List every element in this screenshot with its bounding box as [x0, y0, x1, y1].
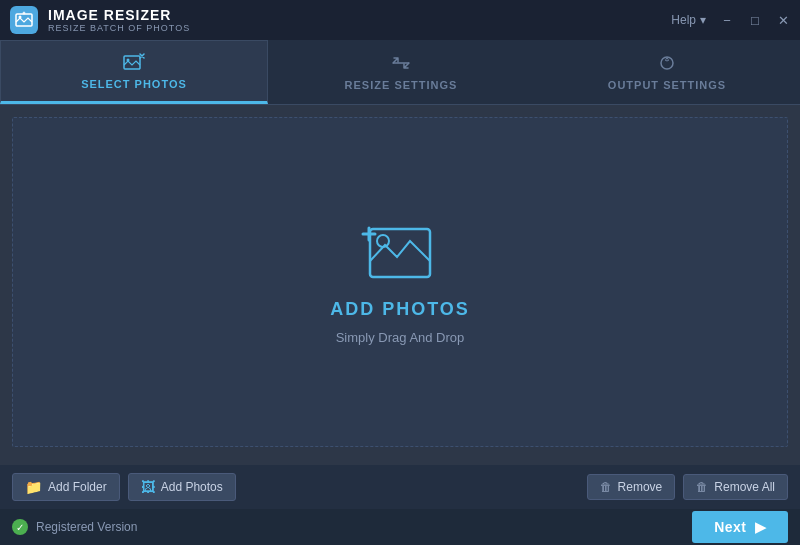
- output-settings-icon: [656, 54, 678, 75]
- maximize-button[interactable]: □: [748, 13, 762, 27]
- action-bar-left: 📁 Add Folder 🖼 Add Photos: [12, 473, 236, 501]
- next-arrow-icon: ▶: [755, 519, 767, 535]
- close-button[interactable]: ✕: [776, 13, 790, 27]
- remove-all-button[interactable]: 🗑 Remove All: [683, 474, 788, 500]
- svg-point-3: [127, 58, 130, 61]
- tab-resize-settings-label: RESIZE SETTINGS: [345, 79, 458, 91]
- next-button[interactable]: Next ▶: [692, 511, 788, 543]
- app-title: IMAGE RESIZER: [48, 7, 190, 23]
- help-button[interactable]: Help ▾: [671, 13, 706, 27]
- minimize-icon: −: [723, 13, 731, 28]
- add-photos-label: ADD PHOTOS: [330, 299, 470, 320]
- resize-settings-icon: [390, 54, 412, 75]
- add-photos-label: Add Photos: [161, 480, 223, 494]
- bottom-bar: 📁 Add Folder 🖼 Add Photos 🗑 Remove 🗑 Rem…: [0, 465, 800, 545]
- folder-icon: 📁: [25, 479, 42, 495]
- add-folder-label: Add Folder: [48, 480, 107, 494]
- add-photos-button[interactable]: 🖼 Add Photos: [128, 473, 236, 501]
- add-folder-button[interactable]: 📁 Add Folder: [12, 473, 120, 501]
- title-bar: IMAGE RESIZER RESIZE BATCH OF PHOTOS Hel…: [0, 0, 800, 40]
- trash-icon: 🗑: [600, 480, 612, 494]
- registered-label: Registered Version: [36, 520, 137, 534]
- minimize-button[interactable]: −: [720, 13, 734, 27]
- status-left: ✓ Registered Version: [12, 519, 137, 535]
- tab-output-settings[interactable]: OUTPUT SETTINGS: [534, 40, 800, 104]
- select-photos-icon: [123, 53, 145, 74]
- chevron-down-icon: ▾: [700, 13, 706, 27]
- close-icon: ✕: [778, 13, 789, 28]
- help-label: Help: [671, 13, 696, 27]
- next-label: Next: [714, 519, 746, 535]
- app-title-block: IMAGE RESIZER RESIZE BATCH OF PHOTOS: [48, 7, 190, 33]
- tabs: SELECT PHOTOS RESIZE SETTINGS OUTPUT SET…: [0, 40, 800, 105]
- action-bar: 📁 Add Folder 🖼 Add Photos 🗑 Remove 🗑 Rem…: [0, 465, 800, 509]
- remove-button[interactable]: 🗑 Remove: [587, 474, 676, 500]
- maximize-icon: □: [751, 13, 759, 28]
- tab-select-photos[interactable]: SELECT PHOTOS: [0, 40, 268, 104]
- status-bar: ✓ Registered Version Next ▶: [0, 509, 800, 545]
- title-bar-right: Help ▾ − □ ✕: [671, 13, 790, 27]
- trash-all-icon: 🗑: [696, 480, 708, 494]
- remove-label: Remove: [618, 480, 663, 494]
- drag-drop-label: Simply Drag And Drop: [336, 330, 465, 345]
- drop-zone[interactable]: ADD PHOTOS Simply Drag And Drop: [12, 117, 788, 447]
- svg-point-1: [19, 16, 22, 19]
- remove-all-label: Remove All: [714, 480, 775, 494]
- title-bar-left: IMAGE RESIZER RESIZE BATCH OF PHOTOS: [10, 6, 190, 34]
- tab-select-photos-label: SELECT PHOTOS: [81, 78, 187, 90]
- drop-zone-content: ADD PHOTOS Simply Drag And Drop: [330, 219, 470, 345]
- add-photo-icon: [355, 219, 445, 289]
- photo-icon: 🖼: [141, 479, 155, 495]
- svg-point-7: [377, 235, 389, 247]
- app-subtitle: RESIZE BATCH OF PHOTOS: [48, 23, 190, 33]
- tab-resize-settings[interactable]: RESIZE SETTINGS: [268, 40, 534, 104]
- tab-output-settings-label: OUTPUT SETTINGS: [608, 79, 726, 91]
- app-icon: [10, 6, 38, 34]
- registered-icon: ✓: [12, 519, 28, 535]
- action-bar-right: 🗑 Remove 🗑 Remove All: [587, 474, 788, 500]
